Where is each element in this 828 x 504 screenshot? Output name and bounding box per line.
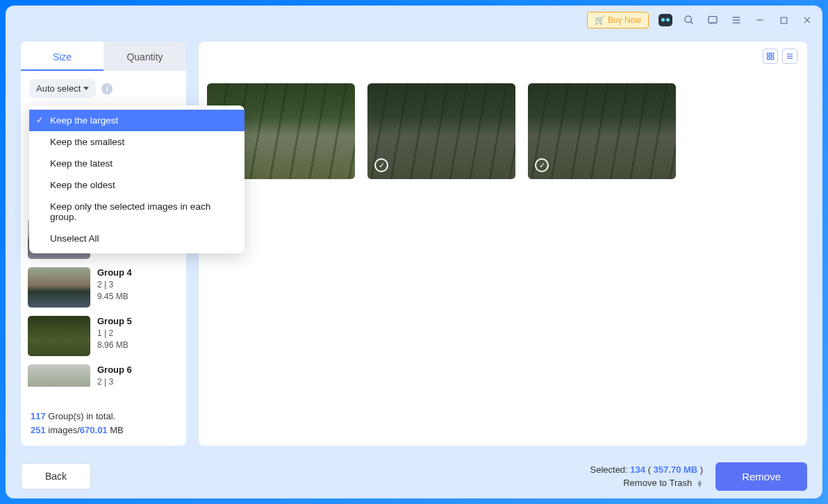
remove-to-trash-selector[interactable]: Remove to Trash ▲▼ [623, 476, 703, 490]
svg-point-0 [685, 16, 691, 22]
menu-icon[interactable] [729, 13, 743, 27]
list-item[interactable]: Group 5 1 | 2 8.96 MB [28, 312, 182, 360]
search-icon[interactable] [682, 13, 696, 27]
sidebar-footer: 117 Group(s) in total. 251 images/670.01… [21, 403, 186, 446]
main-panel: ✓ ✓ [199, 42, 807, 446]
feedback-icon[interactable] [706, 13, 720, 27]
group-thumbnail [28, 316, 90, 356]
svg-rect-11 [771, 53, 774, 56]
titlebar: 🛒 Buy Now [6, 6, 822, 35]
tab-size[interactable]: Size [21, 42, 104, 71]
close-icon[interactable] [800, 13, 814, 27]
tabs: Size Quantity [21, 42, 186, 71]
menu-item-keep-latest[interactable]: Keep the latest [29, 153, 245, 174]
minimize-icon[interactable] [753, 13, 767, 27]
paren-close: ) [697, 464, 703, 475]
image-thumbnail[interactable]: ✓ [528, 83, 676, 179]
selected-size: 357.70 MB [654, 464, 698, 475]
app-window: 🛒 Buy Now Size Quantity [6, 6, 822, 498]
tab-quantity[interactable]: Quantity [104, 42, 186, 71]
cart-icon: 🛒 [595, 15, 605, 25]
check-icon[interactable]: ✓ [374, 158, 388, 172]
auto-select-dropdown[interactable]: Auto select [29, 79, 96, 98]
group-thumbnail [28, 267, 90, 308]
selection-summary: Selected: 134 ( 357.70 MB ) Remove to Tr… [590, 463, 704, 490]
menu-item-keep-oldest[interactable]: Keep the oldest [29, 174, 245, 196]
svg-line-1 [690, 22, 693, 24]
bottom-right-cluster: Selected: 134 ( 357.70 MB ) Remove to Tr… [590, 462, 808, 491]
selected-label: Selected: [590, 464, 631, 475]
auto-select-label: Auto select [36, 83, 81, 94]
buy-now-label: Buy Now [608, 15, 641, 25]
trash-label: Remove to Trash [623, 476, 692, 490]
autoselect-row: Auto select i [21, 71, 186, 101]
svg-rect-12 [768, 57, 770, 60]
group-ratio: 2 | 3 [97, 280, 132, 289]
body-area: Size Quantity Auto select i Keep the lar… [6, 35, 822, 458]
group-title: Group 6 [97, 364, 132, 375]
total-images-size: 670.01 [80, 425, 108, 435]
group-title: Group 4 [97, 267, 132, 278]
group-info: Group 5 1 | 2 8.96 MB [97, 316, 132, 356]
svg-rect-2 [709, 17, 717, 23]
list-view-button[interactable] [782, 49, 797, 64]
thumbnails: ✓ ✓ [207, 83, 799, 179]
robot-icon[interactable] [659, 13, 672, 27]
svg-rect-13 [771, 57, 774, 60]
svg-rect-7 [781, 17, 787, 24]
remove-button[interactable]: Remove [715, 462, 807, 491]
group-ratio: 1 | 2 [97, 328, 132, 338]
image-thumbnail[interactable]: ✓ [367, 83, 515, 179]
images-unit: MB [108, 425, 124, 435]
view-toggle [763, 49, 797, 64]
menu-item-keep-largest[interactable]: Keep the largest [29, 110, 245, 131]
images-mid: images/ [46, 425, 80, 435]
group-info: Group 6 2 | 3 [97, 364, 132, 383]
list-item[interactable]: Group 6 2 | 3 [28, 360, 182, 387]
check-icon[interactable]: ✓ [535, 158, 549, 172]
sidebar: Size Quantity Auto select i Keep the lar… [21, 42, 186, 446]
paren-open: ( [645, 464, 654, 475]
total-groups-label: Group(s) in total. [46, 411, 115, 421]
selected-count: 134 [630, 464, 645, 475]
list-item[interactable]: Group 4 2 | 3 9.45 MB [28, 263, 182, 312]
info-icon[interactable]: i [101, 83, 113, 94]
auto-select-menu: Keep the largest Keep the smallest Keep … [29, 106, 245, 253]
group-size: 8.96 MB [97, 340, 132, 350]
group-thumbnail [28, 364, 90, 387]
menu-item-keep-smallest[interactable]: Keep the smallest [29, 131, 245, 153]
bottom-bar: Back Selected: 134 ( 357.70 MB ) Remove … [6, 458, 822, 498]
group-size: 9.45 MB [97, 292, 132, 301]
buy-now-button[interactable]: 🛒 Buy Now [587, 12, 649, 28]
group-info: Group 4 2 | 3 9.45 MB [97, 267, 132, 308]
back-button[interactable]: Back [21, 463, 91, 489]
total-groups-count: 117 [31, 411, 46, 421]
group-title: Group 5 [97, 316, 132, 326]
grid-view-button[interactable] [763, 49, 778, 64]
chevron-down-icon [83, 87, 89, 90]
menu-item-unselect-all[interactable]: Unselect All [29, 228, 245, 249]
svg-rect-10 [768, 53, 770, 56]
menu-item-keep-selected[interactable]: Keep only the selected images in each gr… [29, 196, 245, 228]
total-images-count: 251 [31, 425, 46, 435]
maximize-icon[interactable] [777, 13, 790, 27]
updown-icon: ▲▼ [696, 480, 703, 487]
group-ratio: 2 | 3 [97, 377, 132, 387]
